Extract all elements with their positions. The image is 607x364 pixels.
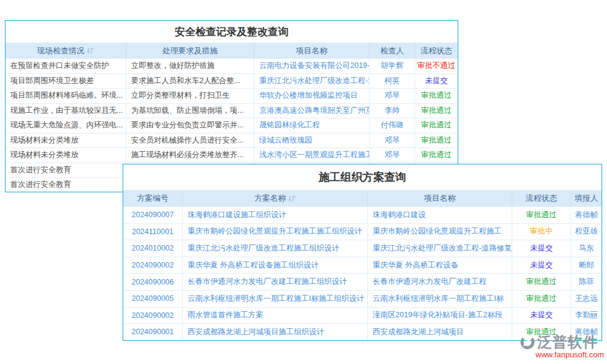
safety-table-header: 现场检查情况 处理要求及措施 项目名称 检查人 流程状态	[5, 42, 458, 58]
project-link[interactable]: 长春市伊通河水力发电厂改建工程	[368, 274, 512, 290]
project-link[interactable]: 绿城云栖玫瑰园	[254, 133, 370, 148]
project-link[interactable]: 西安成都路龙湖上河城项目	[368, 324, 512, 340]
situation-cell: 项目部周围材料堆码临难。环境...	[5, 89, 126, 103]
project-link[interactable]: 珠海鹤港口建设	[368, 207, 512, 223]
reporter-link[interactable]: 马东	[571, 240, 602, 257]
column-header-plan-no: 方案编号	[123, 190, 183, 206]
measure-cell: 要求施工人员和水车2人配合整...	[126, 74, 254, 89]
table-row: 2024090002重庆华夏 外高桥工程设备施工组织设计重庆华夏 外高桥工程设备…	[123, 257, 602, 274]
reporter-link[interactable]: 王志远	[571, 291, 602, 307]
status-text: 未提交	[512, 308, 571, 324]
project-link[interactable]: 云南水利枢纽潜明水库一期工程施工I标	[368, 291, 512, 307]
table-row: 在预留检查井口未做安全防护立即整改，做好防护措施云南电力设备安装有限公司2019…	[5, 58, 458, 73]
inspector-link[interactable]: 胡学辉	[370, 59, 415, 73]
situation-cell: 现场材料未分类堆放	[5, 133, 126, 148]
reporter-link[interactable]: 断郎	[571, 257, 602, 274]
column-header-project: 项目名称	[254, 43, 370, 58]
situation-cell: 现场无重大危险点源、内环强电...	[5, 118, 126, 133]
plan-name-link[interactable]: 西安成都路龙湖上河城项目施工组织设计	[183, 324, 368, 340]
project-link[interactable]: 晟铭园林绿化工程	[254, 118, 370, 133]
brand-url: www.fanpusoft.com	[520, 350, 604, 359]
inspector-link[interactable]: 邓琴	[370, 89, 415, 103]
reporter-link[interactable]: 程亚雄	[571, 224, 602, 240]
table-row: 项目部周围材料堆码临难。环境...立即分类整理材料，打扫卫生华软办公楼增加视频监…	[5, 88, 458, 103]
table-row: 项目部周围环境卫生极差要求施工人员和水车2人配合整...重庆江北污水处理厂级改造…	[5, 73, 458, 89]
measure-cell: 为基坑卸载、防止围墙倒塌，项...	[126, 104, 254, 118]
column-header-reporter: 填报人	[571, 190, 602, 206]
project-link[interactable]: 浅水湾小区一期景观提升工程施工	[254, 148, 370, 163]
reporter-link[interactable]: 陈菲	[571, 274, 602, 290]
status-text: 未提交	[512, 257, 571, 274]
situation-cell: 现场材料未分类堆放	[5, 148, 126, 163]
situation-cell: 在预留检查井口未做安全防护	[5, 59, 126, 73]
plan-name-link[interactable]: 重庆市鹅岭公园绿化景观提升工程施工施工组织设计	[183, 224, 368, 240]
status-text: 审批不通过	[415, 59, 458, 73]
plan-name-link[interactable]: 云南水利枢纽潜明水库一期工程施工I标施工组织设计	[183, 291, 368, 307]
reporter-link[interactable]: 李勤丽	[571, 308, 602, 324]
status-text: 审批通过	[512, 274, 571, 290]
table-row: 2024090005云南水利枢纽潜明水库一期工程施工I标施工组织设计云南水利枢纽…	[123, 290, 602, 307]
project-link[interactable]: 重庆江北污水处理厂级改造工程-道路修复	[254, 74, 370, 89]
project-link[interactable]: 重庆华夏 外高桥工程设备	[368, 257, 512, 274]
status-text: 审批通过	[415, 148, 458, 163]
situation-cell: 首次进行安全教育	[5, 163, 126, 178]
plan-no-link[interactable]: 2024090001	[123, 324, 183, 340]
inspector-link[interactable]: 柯英	[370, 74, 415, 89]
situation-cell: 现施工作业，由于基坑较深且无...	[5, 104, 126, 118]
column-header-plan-name[interactable]: 方案名称	[183, 190, 368, 206]
status-text: 审批通过	[512, 291, 571, 307]
table-row: 现场材料未分类堆放安全员对机械操作人员进行安全...绿城云栖玫瑰园邓琴审批通过	[5, 133, 458, 148]
plan-name-link[interactable]: 雨水管道首件施工方案	[183, 308, 368, 324]
plan-no-link[interactable]: 2024090002	[123, 257, 183, 274]
status-text: 审批通过	[415, 89, 458, 103]
plan-name-link[interactable]: 长春市伊通河水力发电厂改建工程施工组织设计	[183, 274, 368, 290]
project-link[interactable]: 云南电力设备安装有限公司2019--2020年度	[254, 59, 370, 73]
inspector-link[interactable]: 李帅	[370, 104, 415, 118]
fanpu-watermark: 泛普软件 www.fanpusoft.com	[520, 332, 604, 359]
column-header-inspector: 检查人	[370, 43, 415, 58]
inspector-link[interactable]: 邓琴	[370, 148, 415, 163]
plan-no-link[interactable]: 2024090006	[123, 274, 183, 290]
plan-panel-title: 施工组织方案查询	[123, 164, 602, 190]
project-link[interactable]: 重庆市鹅岭公园绿化景观提升工程施工	[368, 224, 512, 240]
measure-cell: 安全员对机械操作人员进行安全...	[126, 133, 254, 148]
column-header-label: 方案名称	[254, 193, 286, 204]
measure-cell: 立即分类整理材料，打扫卫生	[126, 89, 254, 103]
project-link[interactable]: 潼南区2019年绿化补贴项目-施工2标段	[368, 308, 512, 324]
measure-cell: 要求由专业分包负责立即警示并...	[126, 118, 254, 133]
construction-plan-panel: 施工组织方案查询 方案编号 方案名称 项目名称 流程状态 填报人 2024090…	[123, 164, 602, 341]
plan-no-link[interactable]: 2024090002	[123, 308, 183, 324]
column-header-measures: 处理要求及措施	[126, 43, 254, 58]
status-text: 未提交	[512, 240, 571, 257]
plan-no-link[interactable]: 2024090005	[123, 291, 183, 307]
plan-no-link[interactable]: 2024090007	[123, 207, 183, 223]
inspector-link[interactable]: 付伟璐	[370, 118, 415, 133]
situation-cell: 首次进行安全教育	[5, 178, 126, 192]
reporter-link[interactable]: 蒋德帧	[571, 207, 602, 223]
sort-icon[interactable]	[288, 195, 296, 202]
column-header-situation[interactable]: 现场检查情况	[5, 43, 126, 58]
column-header-status: 流程状态	[415, 43, 458, 58]
safety-panel-title: 安全检查记录及整改查询	[5, 21, 458, 42]
plan-name-link[interactable]: 珠海鹤港口建设施工组织设计	[183, 207, 368, 223]
plan-name-link[interactable]: 重庆江北污水处理厂级改造工程施工组织设计	[183, 240, 368, 257]
situation-cell: 项目部周围环境卫生极差	[5, 74, 126, 89]
column-header-status: 流程状态	[512, 190, 571, 206]
sort-icon[interactable]	[87, 47, 94, 54]
project-link[interactable]: 重庆江北污水处理厂级改造工程-道路修复	[368, 240, 512, 257]
brand-name: 泛普软件	[537, 332, 598, 352]
status-text: 审批中	[512, 224, 571, 240]
table-row: 现场无重大危险点源、内环强电...要求由专业分包负责立即警示并...晟铭园林绿化…	[5, 118, 458, 133]
inspector-link[interactable]: 邓琴	[370, 133, 415, 148]
plan-no-link[interactable]: 2024110001	[123, 224, 183, 240]
measure-cell: 立即整改，做好防护措施	[126, 59, 254, 73]
plan-table-body: 2024090007珠海鹤港口建设施工组织设计珠海鹤港口建设审批通过蒋德帧202…	[123, 206, 602, 340]
project-link[interactable]: 华软办公楼增加视频监控项目	[254, 89, 370, 103]
plan-name-link[interactable]: 重庆华夏 外高桥工程设备施工组织设计	[183, 257, 368, 274]
column-header-project: 项目名称	[368, 190, 512, 206]
status-text: 审批通过	[415, 133, 458, 148]
table-row: 现施工作业，由于基坑较深且无...为基坑卸载、防止围墙倒塌，项...京港澳高速公…	[5, 103, 458, 118]
column-header-label: 现场检查情况	[37, 46, 84, 56]
project-link[interactable]: 京港澳高速公路粤境韶关至广州互通路面改	[254, 104, 370, 118]
plan-no-link[interactable]: 2024010002	[123, 240, 183, 257]
